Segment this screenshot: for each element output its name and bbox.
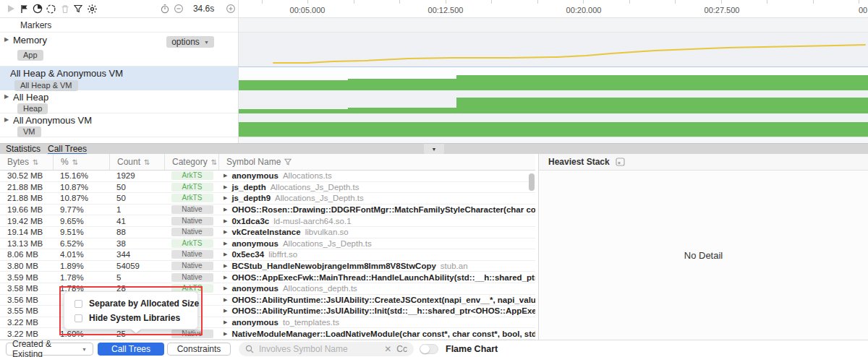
markers-chart-strip[interactable] [239, 18, 868, 33]
table-row[interactable]: 3.22 MB1.60%25Native▶NativeModuleManager… [0, 328, 535, 340]
cell-count: 54059 [110, 261, 165, 272]
pie-icon[interactable] [31, 2, 44, 15]
track-row-all-anonymous-vm[interactable]: ▶ All Anonymous VM VM [0, 113, 238, 137]
constraints-button[interactable]: Constraints [167, 343, 231, 356]
checkbox-separate-by-allocated-size[interactable] [75, 300, 82, 308]
heap-bar-segment-all-anonymous-vm[interactable] [239, 122, 868, 137]
cell-symbol-name: ▶0x5ec34libffrt.so [219, 249, 535, 260]
column-header-bytes[interactable]: Bytes⇅ [0, 154, 54, 170]
gc-icon[interactable] [45, 2, 58, 15]
cell-percent: 15.16% [54, 171, 110, 181]
column-header-category[interactable]: Category⇅ [165, 154, 219, 170]
settings-icon[interactable] [85, 2, 98, 15]
ruler-label: 00:20.000 [566, 6, 602, 14]
expand-caret-icon[interactable]: ▶ [224, 229, 227, 235]
expand-caret-icon[interactable]: ▶ [224, 263, 227, 269]
table-row[interactable]: 19.14 MB9.51%88Native▶vkCreateInstanceli… [0, 227, 535, 238]
cell-percent: 9.77% [54, 205, 110, 215]
clear-search-icon[interactable]: ✕ [384, 344, 391, 354]
table-row[interactable]: 21.88 MB10.87%50ArkTS▶js_depthAllocation… [0, 182, 535, 194]
match-case-button[interactable]: Cc [396, 344, 407, 354]
track-row-all-heap[interactable]: ▶ All Heap Heap [0, 90, 238, 113]
sort-icon[interactable]: ⇅ [211, 158, 217, 166]
heap-bar-segment-all-heap-anonymous-vm[interactable] [348, 79, 456, 90]
expand-caret-icon[interactable]: ▶ [4, 116, 9, 123]
collapse-panel-button[interactable]: ▼ [424, 144, 444, 155]
heap-bar-segment-all-heap[interactable] [348, 108, 456, 113]
table-row[interactable]: 8.06 MB4.01%344Native▶0x5ec34libffrt.so [0, 249, 535, 261]
menu-item-separate-by-allocated-size[interactable]: Separate by Allocated Size [64, 296, 197, 311]
table-row[interactable]: 30.52 MB15.16%1929ArkTS▶anonymousAllocat… [0, 171, 535, 182]
cell-count: 38 [110, 238, 165, 249]
cell-bytes: 3.59 MB [0, 272, 54, 283]
cell-bytes: 3.58 MB [0, 283, 54, 294]
expand-caret-icon[interactable]: ▶ [224, 218, 227, 224]
memory-chart-strip[interactable] [239, 33, 868, 66]
expand-caret-icon[interactable]: ▶ [4, 36, 9, 43]
sort-icon[interactable]: ⇅ [144, 158, 150, 166]
track-row-all-heap-anonymous-vm[interactable]: All Heap & Anonymous VM All Heap & VM [0, 66, 238, 90]
cell-percent: 9.51% [54, 227, 110, 238]
column-header-symbol-name[interactable]: Symbol Name [219, 154, 535, 170]
expand-caret-icon[interactable]: ▶ [224, 285, 227, 291]
column-header-percent[interactable]: %⇅ [54, 154, 110, 170]
table-row[interactable]: 21.88 MB10.87%50ArkTS▶js_depth9Allocatio… [0, 193, 535, 205]
footer-bar: Created & Existing▼ Call Trees Constrain… [0, 340, 868, 357]
flag-icon[interactable] [18, 2, 31, 15]
cell-category: ArkTS [165, 193, 219, 204]
cell-count: 41 [110, 215, 165, 226]
trash-icon[interactable] [59, 2, 72, 15]
expand-caret-icon[interactable]: ▶ [4, 93, 9, 100]
table-vertical-scrollbar[interactable] [529, 173, 535, 191]
table-row[interactable]: 13.13 MB6.52%38ArkTS▶anonymousAllocation… [0, 238, 535, 250]
timeline-ruler[interactable]: 00:05.00000:12.50000:20.00000:27.50000 [239, 0, 868, 18]
expand-caret-icon[interactable]: ▶ [224, 331, 227, 337]
menu-item-hide-system-libraries[interactable]: Hide System Libraries [64, 311, 197, 325]
track-badge: App [17, 50, 43, 61]
expand-caret-icon[interactable]: ▶ [224, 275, 227, 280]
filter-icon[interactable] [72, 2, 85, 15]
capture-icon[interactable] [616, 158, 625, 166]
stopwatch-icon[interactable] [159, 2, 172, 15]
track-row-markers[interactable]: Markers [0, 18, 238, 33]
zoom-out-icon[interactable] [172, 2, 185, 15]
cell-bytes: 30.52 MB [0, 171, 54, 181]
search-input[interactable] [259, 344, 379, 354]
flame-chart-toggle[interactable] [420, 344, 438, 354]
options-popup-menu: Separate by Allocated Size Hide System L… [64, 291, 198, 330]
tab-statistics[interactable]: Statistics [6, 144, 41, 155]
heap-bar-segment-all-heap-anonymous-vm[interactable] [456, 75, 868, 90]
tab-call-trees[interactable]: Call Trees [48, 144, 87, 155]
filter-icon[interactable] [284, 158, 292, 165]
expand-caret-icon[interactable]: ▶ [224, 308, 227, 314]
category-badge: ArkTS [171, 239, 213, 248]
expand-caret-icon[interactable]: ▶ [224, 173, 227, 178]
expand-caret-icon[interactable]: ▶ [224, 297, 227, 303]
options-button[interactable]: options▼ [166, 36, 214, 48]
table-row[interactable]: 3.59 MB1.78%5Native▶OHOS::AppExecFwk::Ma… [0, 272, 535, 283]
expand-caret-icon[interactable]: ▶ [224, 319, 227, 325]
expand-caret-icon[interactable]: ▶ [224, 195, 227, 201]
play-icon[interactable] [4, 2, 17, 15]
heap-bar-segment-all-heap-anonymous-vm[interactable] [239, 80, 348, 90]
expand-caret-icon[interactable]: ▶ [224, 251, 227, 257]
expand-caret-icon[interactable]: ▶ [224, 241, 227, 246]
table-row[interactable]: 3.80 MB1.89%54059Native▶BCStub_HandleNew… [0, 261, 535, 272]
cell-bytes: 3.56 MB [0, 295, 54, 306]
sort-icon[interactable]: ⇅ [72, 158, 78, 166]
expand-caret-icon[interactable]: ▶ [224, 207, 227, 212]
track-row-memory[interactable]: ▶ Memory App options▼ [0, 33, 238, 66]
column-header-count[interactable]: Count⇅ [110, 154, 165, 170]
created-existing-dropdown[interactable]: Created & Existing▼ [6, 343, 93, 356]
zoom-in-icon[interactable] [224, 2, 237, 15]
heap-bar-segment-all-heap[interactable] [239, 109, 348, 113]
heap-bar-segment-all-heap[interactable] [456, 98, 868, 113]
table-row[interactable]: 19.66 MB9.77%1Native▶OHOS::Rosen::Drawin… [0, 205, 535, 216]
cell-symbol-name: ▶BCStub_HandleNewobjrangeImm8Imm8V8StwCo… [219, 261, 535, 272]
checkbox-hide-system-libraries[interactable] [75, 314, 82, 322]
sort-icon[interactable]: ⇅ [33, 158, 38, 166]
expand-caret-icon[interactable]: ▶ [224, 184, 227, 190]
table-row[interactable]: 19.42 MB9.65%41Native▶0x1dca3cld-musl-aa… [0, 215, 535, 227]
call-trees-button[interactable]: Call Trees [98, 343, 164, 356]
cell-category: Native [165, 272, 219, 283]
